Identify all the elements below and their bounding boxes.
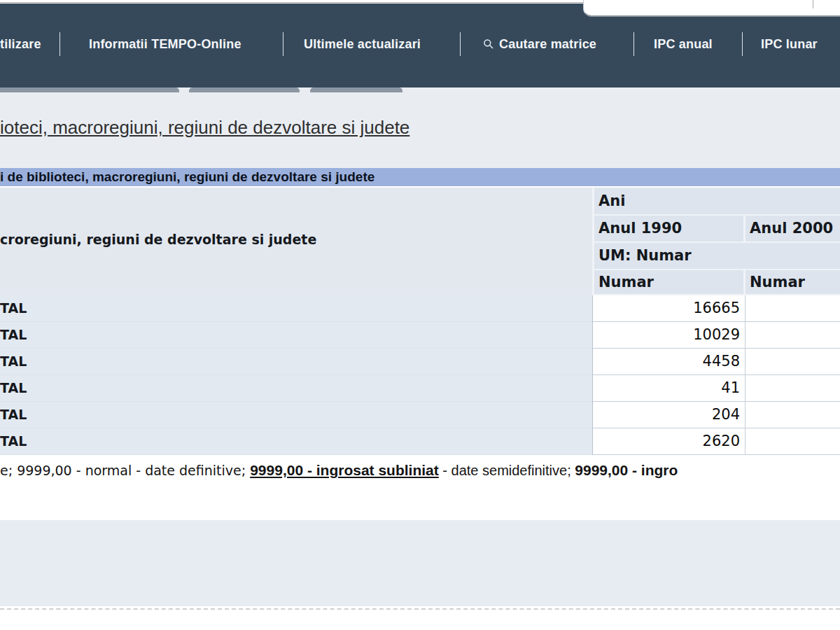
table-row: TAL 16665 (0, 295, 840, 322)
nav-item-informatii-tempo-online[interactable]: Informatii TEMPO-Online (89, 31, 241, 57)
background-tab[interactable] (0, 88, 179, 92)
legend-bold-underline-sample: 9999,00 - ingrosat subliniat (250, 462, 439, 478)
nav-separator (283, 32, 284, 56)
value-cell-1990: 41 (593, 375, 745, 402)
value-cell-2000 (746, 375, 840, 402)
background-tab[interactable] (189, 88, 300, 92)
row-stub-cell: TAL (0, 402, 592, 428)
data-legend: e; 9999,00 - normal - date definitive; 9… (0, 460, 840, 481)
column-header-anul-2000: Anul 2000 (746, 216, 840, 241)
table-body: TAL 16665 TAL 10029 TAL 4458 TAL 41 TAL … (0, 295, 840, 455)
dotted-divider (0, 608, 840, 610)
matrix-heading-link[interactable]: ioteci, macroregiuni, regiuni de dezvolt… (0, 116, 840, 139)
unit-header-numar-2000: Numar (746, 270, 840, 294)
footer-panel (0, 520, 840, 606)
value-cell-2000 (746, 402, 840, 428)
legend-definitive-text: e; 9999,00 - normal - date definitive; (0, 463, 250, 478)
value-cell-1990: 4458 (593, 349, 745, 375)
unit-header-numar-1990: Numar (594, 270, 743, 294)
value-cell-2000 (746, 295, 840, 322)
unit-of-measure-header: UM: Numar (594, 243, 840, 269)
column-group-header-ani: Ani (594, 188, 840, 214)
value-cell-1990: 16665 (593, 295, 745, 322)
row-stub-cell: TAL (0, 295, 592, 322)
nav-item-ghid-utilizare[interactable]: tilizare (0, 31, 41, 57)
nav-item-ipc-anual[interactable]: IPC anual (654, 31, 713, 57)
matrix-title-bar: i de biblioteci, macroregiuni, regiuni d… (0, 168, 840, 186)
nav-separator (59, 32, 60, 56)
stub-header-label: croregiuni, regiuni de dezvoltare si jud… (0, 232, 316, 247)
nav-item-ipc-lunar[interactable]: IPC lunar (761, 31, 818, 57)
text-cursor (813, 0, 813, 8)
value-cell-1990: 204 (593, 402, 745, 428)
table-row: TAL 10029 (0, 322, 840, 349)
nav-item-label: Cautare matrice (499, 31, 596, 57)
row-stub-cell: TAL (0, 322, 592, 349)
browser-search-box[interactable] (583, 0, 840, 17)
nav-item-cautare-matrice[interactable]: Cautare matrice (483, 31, 596, 57)
value-cell-2000 (746, 349, 840, 375)
value-cell-1990: 10029 (593, 322, 745, 349)
table-row: TAL 204 (0, 402, 840, 428)
table-row: TAL 2620 (0, 428, 840, 455)
row-stub-cell: TAL (0, 375, 592, 402)
nav-item-ultimele-actualizari[interactable]: Ultimele actualizari (304, 31, 421, 57)
value-cell-2000 (746, 322, 840, 349)
nav-separator (634, 32, 634, 56)
nav-separator (742, 32, 743, 56)
row-stub-cell: TAL (0, 428, 592, 455)
table-header: croregiuni, regiuni de dezvoltare si jud… (0, 188, 840, 295)
background-tab[interactable] (310, 88, 402, 92)
search-icon (483, 38, 494, 50)
nav-separator (460, 32, 461, 56)
table-row: TAL 41 (0, 375, 840, 402)
column-header-anul-1990: Anul 1990 (594, 216, 743, 241)
value-cell-1990: 2620 (593, 428, 745, 455)
table-vertical-border (592, 295, 593, 455)
legend-bold-sample: 9999,00 - ingro (575, 462, 678, 478)
stub-header-cell: croregiuni, regiuni de dezvoltare si jud… (0, 188, 592, 295)
value-cell-2000 (746, 428, 840, 455)
legend-semidefinitive-text: - date semidefinitive; (439, 463, 575, 478)
table-row: TAL 4458 (0, 349, 840, 375)
row-stub-cell: TAL (0, 349, 592, 375)
table-vertical-border (745, 295, 746, 455)
